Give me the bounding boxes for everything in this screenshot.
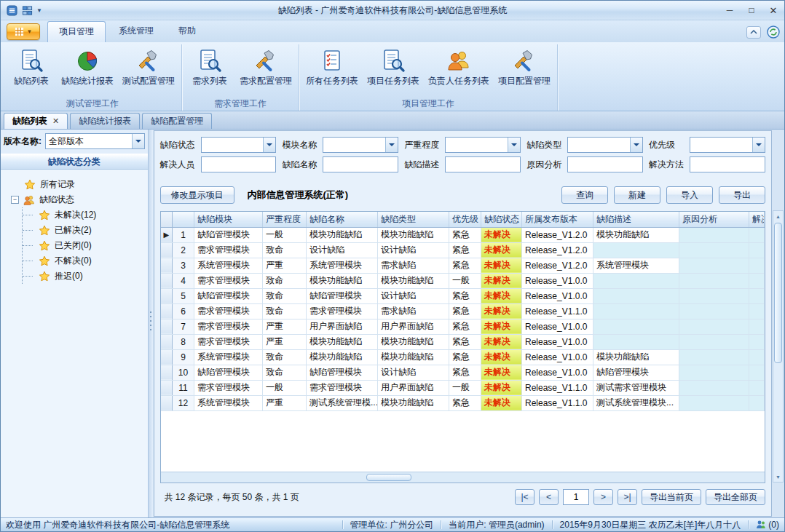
filter-select-defect-status[interactable] (201, 137, 277, 153)
scrollbar-thumb[interactable] (366, 474, 411, 481)
modify-columns-button[interactable]: 修改显示项目 (160, 186, 234, 204)
next-page-button[interactable]: > (593, 489, 613, 505)
doc-tab-defect-stat-report[interactable]: 缺陷统计报表 (70, 113, 140, 129)
scroll-down-icon[interactable]: ▼ (773, 472, 783, 482)
table-row[interactable]: 2需求管理模块致命设计缺陷设计缺陷紧急未解决Release_V1.2.0 (161, 242, 765, 258)
chevron-down-icon[interactable] (508, 138, 520, 152)
tree-item-resolved[interactable]: 已解决(2) (23, 223, 145, 238)
row-selector[interactable] (161, 288, 173, 303)
filter-input-defect-name[interactable] (323, 156, 398, 172)
window-list-icon[interactable] (21, 4, 33, 17)
table-row[interactable]: ▶1缺陷管理模块一般模块功能缺陷模块功能缺陷紧急未解决Release_V1.2.… (161, 227, 765, 242)
filter-input-defect-description[interactable] (445, 156, 521, 172)
column-header-3[interactable]: 缺陷类型 (378, 212, 449, 227)
export-all-pages-button[interactable]: 导出全部页 (706, 489, 765, 505)
filter-select-defect-type[interactable] (567, 137, 643, 153)
doc-tab-defect-list[interactable]: 缺陷列表✕ (4, 113, 68, 129)
row-selector[interactable] (161, 365, 173, 380)
new-button[interactable]: 新建 (614, 186, 660, 204)
ribbon-button-requirement-list[interactable]: 需求列表 (184, 45, 235, 90)
sync-icon[interactable] (767, 25, 780, 39)
column-header-6[interactable]: 所属发布版本 (522, 212, 593, 227)
table-row[interactable]: 3系统管理模块严重系统管理模块需求缺陷紧急未解决Release_V1.2.0系统… (161, 258, 765, 273)
vertical-scrollbar[interactable]: ▲ ▼ (773, 210, 784, 483)
scroll-up-icon[interactable]: ▲ (773, 211, 783, 221)
collapse-icon[interactable]: − (11, 196, 19, 204)
chevron-down-icon[interactable] (630, 138, 642, 152)
page-number-input[interactable] (563, 489, 589, 505)
table-row[interactable]: 10缺陷管理模块致命缺陷管理模块设计缺陷紧急未解决Release_V1.0.0缺… (161, 365, 765, 380)
first-page-button[interactable]: |< (515, 489, 534, 505)
column-header-9[interactable]: 解决方法 (749, 212, 765, 227)
ribbon-button-project-config-mgmt[interactable]: 项目配置管理 (494, 45, 555, 90)
column-header-1[interactable]: 严重程度 (263, 212, 307, 227)
query-button[interactable]: 查询 (561, 186, 608, 204)
filter-select-severity[interactable] (445, 137, 521, 153)
doc-tab-defect-config-mgmt[interactable]: 缺陷配置管理 (142, 113, 212, 129)
minimize-button[interactable]: ─ (719, 3, 741, 18)
application-menu-button[interactable]: ▼ (7, 23, 40, 40)
ribbon-button-defect-list[interactable]: 缺陷列表 (6, 45, 57, 90)
filter-select-priority[interactable] (690, 137, 765, 153)
row-selector[interactable] (161, 273, 173, 288)
row-selector[interactable] (161, 334, 173, 349)
table-row[interactable]: 9系统管理模块致命模块功能缺陷模块功能缺陷紧急未解决Release_V1.0.0… (161, 349, 765, 365)
ribbon-button-requirement-config-mgmt[interactable]: 需求配置管理 (235, 45, 296, 90)
quick-access-dropdown-icon[interactable]: ▼ (36, 7, 42, 14)
row-selector[interactable] (161, 380, 173, 395)
ribbon-tab-system-management[interactable]: 系统管理 (107, 20, 165, 42)
close-icon[interactable]: ✕ (52, 116, 59, 126)
tree-item-unresolved[interactable]: 未解决(12) (23, 207, 145, 223)
ribbon-button-test-config-mgmt[interactable]: 测试配置管理 (118, 45, 179, 90)
column-header-0[interactable]: 缺陷模块 (194, 212, 263, 227)
row-selector[interactable] (161, 258, 173, 273)
filter-input-resolver[interactable] (201, 156, 277, 172)
row-selector[interactable]: ▶ (161, 227, 173, 242)
ribbon-tab-help[interactable]: 帮助 (167, 20, 208, 42)
column-header-7[interactable]: 缺陷描述 (593, 212, 679, 227)
column-header-8[interactable]: 原因分析 (679, 212, 749, 227)
chevron-down-icon[interactable] (385, 138, 398, 152)
row-selector[interactable] (161, 303, 173, 319)
filter-input-cause-analysis[interactable] (567, 156, 643, 172)
export-current-page-button[interactable]: 导出当前页 (642, 489, 701, 505)
import-button[interactable]: 导入 (666, 186, 713, 204)
table-row[interactable]: 6需求管理模块致命需求管理模块需求缺陷紧急未解决Release_V1.1.0 (161, 303, 765, 319)
chevron-down-icon[interactable] (132, 134, 144, 148)
ribbon-button-owner-task-list[interactable]: 负责人任务列表 (424, 45, 494, 90)
column-header-2[interactable]: 缺陷名称 (307, 212, 378, 227)
ribbon-button-all-task-list[interactable]: 所有任务列表 (301, 45, 363, 90)
table-row[interactable]: 11需求管理模块一般需求管理模块用户界面缺陷一般未解决Release_V1.1.… (161, 380, 765, 395)
filter-input-solution[interactable] (690, 156, 765, 172)
table-row[interactable]: 5缺陷管理模块致命缺陷管理模块设计缺陷紧急未解决Release_V1.0.0 (161, 288, 765, 303)
maximize-button[interactable]: □ (741, 3, 762, 18)
tree-item-postponed[interactable]: 推迟(0) (23, 269, 145, 284)
horizontal-scrollbar[interactable] (161, 472, 765, 483)
table-row[interactable]: 12系统管理模块严重测试系统管理模...模块功能缺陷紧急未解决Release_V… (161, 395, 765, 410)
ribbon-button-defect-stat-report[interactable]: 缺陷统计报表 (57, 45, 118, 90)
version-select[interactable]: 全部版本 (45, 133, 145, 149)
tree-item-defect-status[interactable]: −缺陷状态 (4, 192, 145, 207)
scrollbar-thumb[interactable] (774, 223, 782, 363)
tree-item-wont-fix[interactable]: 不解决(0) (23, 253, 145, 269)
tree-item-all-records[interactable]: 所有记录 (4, 177, 145, 192)
chevron-down-icon[interactable] (752, 138, 765, 152)
collapse-ribbon-button[interactable] (746, 26, 761, 39)
ribbon-tab-project-management[interactable]: 项目管理 (47, 21, 106, 42)
column-header-5[interactable]: 缺陷状态 (481, 212, 522, 227)
last-page-button[interactable]: >| (618, 489, 637, 505)
prev-page-button[interactable]: < (539, 489, 559, 505)
table-row[interactable]: 8需求管理模块严重模块功能缺陷模块功能缺陷紧急未解决Release_V1.0.0 (161, 334, 765, 349)
row-selector[interactable] (161, 349, 173, 365)
row-selector[interactable] (161, 319, 173, 334)
chevron-down-icon[interactable] (263, 138, 275, 152)
tree-item-closed[interactable]: 已关闭(0) (23, 238, 145, 253)
export-button[interactable]: 导出 (719, 186, 765, 204)
ribbon-button-project-task-list[interactable]: 项目任务列表 (363, 45, 424, 90)
column-header-4[interactable]: 优先级 (449, 212, 481, 227)
filter-select-module-name[interactable] (323, 137, 398, 153)
close-button[interactable]: ✕ (762, 3, 784, 18)
table-row[interactable]: 7需求管理模块严重用户界面缺陷用户界面缺陷紧急未解决Release_V1.0.0 (161, 319, 765, 334)
row-selector[interactable] (161, 395, 173, 410)
row-selector[interactable] (161, 242, 173, 258)
